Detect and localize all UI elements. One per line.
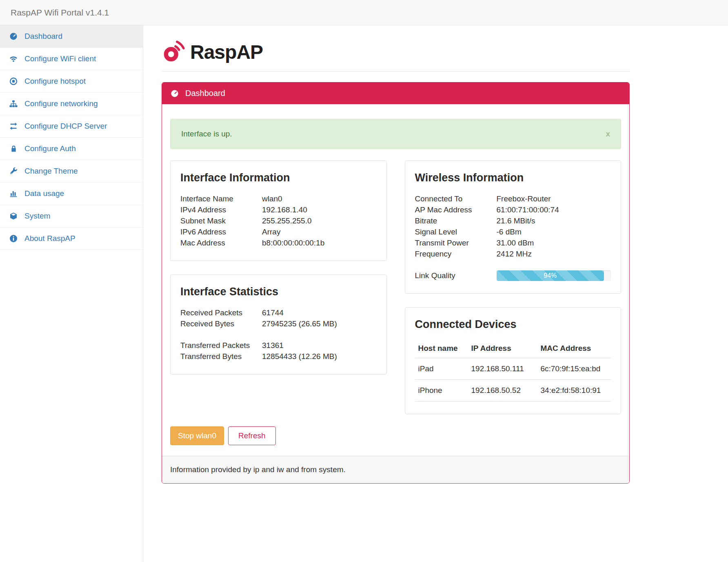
row-label: Frequency — [415, 248, 497, 259]
row-value: 61744 — [262, 307, 284, 318]
wireless-information-card: Wireless Information Connected ToFreebox… — [405, 161, 621, 294]
sidebar-item-configure-wifi-client[interactable]: Configure WiFi client — [0, 48, 143, 70]
info-row: IPv6 AddressArray — [180, 226, 377, 237]
dashboard-columns: Interface Information Interface Namewlan… — [170, 161, 621, 414]
stats-row: Received Bytes27945235 (26.65 MB) — [180, 318, 377, 329]
sidebar-item-label: Configure Auth — [24, 144, 76, 153]
link-quality-progress: 94% — [497, 270, 611, 281]
row-value: b8:00:00:00:00:1b — [262, 237, 324, 248]
panel-title: Dashboard — [185, 89, 225, 98]
brand-name: RaspAP — [190, 41, 263, 63]
stats-row: Transferred Bytes12854433 (12.26 MB) — [180, 351, 377, 362]
device-host: iPhone — [415, 380, 468, 401]
row-label: Bitrate — [415, 215, 497, 226]
row-label: AP Mac Address — [415, 204, 497, 215]
brand: RaspAP — [162, 38, 630, 65]
row-label: Link Quality — [415, 271, 497, 280]
device-row: iPad 192.168.50.111 6c:70:9f:15:ea:bd — [415, 358, 611, 380]
sidebar-item-configure-networking[interactable]: Configure networking — [0, 93, 143, 115]
sidebar-item-change-theme[interactable]: Change Theme — [0, 160, 143, 183]
refresh-button[interactable]: Refresh — [228, 426, 276, 445]
sidebar-item-system[interactable]: System — [0, 205, 143, 227]
sidebar-item-label: Configure DHCP Server — [24, 122, 107, 131]
lock-icon — [8, 145, 19, 153]
row-label: Received Packets — [180, 307, 262, 318]
row-value: 2412 MHz — [497, 248, 532, 259]
sidebar-item-configure-hotspot[interactable]: Configure hotspot — [0, 70, 143, 93]
stop-wlan0-button[interactable]: Stop wlan0 — [170, 426, 224, 445]
panel-heading: Dashboard — [162, 83, 629, 104]
col-header-host-name: Host name — [415, 340, 468, 358]
wireless-row: AP Mac Address61:00:71:00:00:74 — [415, 204, 611, 215]
dashboard-panel: Dashboard Interface is up. x Interface I… — [162, 82, 630, 484]
alert-message: Interface is up. — [181, 129, 232, 138]
sidebar-item-dashboard[interactable]: Dashboard — [0, 25, 143, 48]
row-label: Subnet Mask — [180, 215, 262, 226]
wireless-row: Frequency2412 MHz — [415, 248, 611, 259]
col-header-mac-address: MAC Address — [537, 340, 611, 358]
link-quality-row: Link Quality 94% — [415, 270, 611, 281]
sidebar-item-data-usage[interactable]: Data usage — [0, 183, 143, 205]
sidebar-item-label: Change Theme — [24, 167, 78, 176]
info-row: Interface Namewlan0 — [180, 193, 377, 204]
row-label: IPv4 Address — [180, 204, 262, 215]
panel-actions: Stop wlan0 Refresh — [170, 426, 621, 445]
bar-chart-icon — [8, 190, 19, 198]
app-title: RaspAP Wifi Portal v1.4.1 — [11, 8, 109, 18]
alert-success: Interface is up. x — [170, 119, 621, 149]
device-ip: 192.168.50.111 — [468, 358, 537, 380]
gauge-icon — [169, 89, 180, 98]
cube-icon — [8, 212, 19, 220]
sidebar-item-label: Configure networking — [24, 99, 98, 108]
device-mac: 34:e2:fd:58:10:91 — [537, 380, 611, 401]
stats-row: Transferred Packets31361 — [180, 340, 377, 351]
interface-information-card: Interface Information Interface Namewlan… — [170, 161, 387, 261]
left-column: Interface Information Interface Namewlan… — [170, 161, 387, 414]
row-value: 255.255.255.0 — [262, 215, 312, 226]
row-label: Interface Name — [180, 193, 262, 204]
row-label: Transferred Bytes — [180, 351, 262, 362]
sidebar-item-label: Configure hotspot — [24, 77, 86, 86]
device-row: iPhone 192.168.50.52 34:e2:fd:58:10:91 — [415, 380, 611, 401]
info-row: IPv4 Address192.168.1.40 — [180, 204, 377, 215]
devices-header-row: Host name IP Address MAC Address — [415, 340, 611, 358]
sidebar-item-configure-auth[interactable]: Configure Auth — [0, 138, 143, 160]
devices-table: Host name IP Address MAC Address iPad 19… — [415, 340, 611, 401]
top-navbar: RaspAP Wifi Portal v1.4.1 — [0, 0, 728, 25]
interface-statistics-card: Interface Statistics Received Packets617… — [170, 274, 387, 375]
sidebar-item-about-raspap[interactable]: About RaspAP — [0, 227, 143, 250]
card-title: Interface Information — [180, 172, 377, 184]
connected-devices-card: Connected Devices Host name IP Address M… — [405, 307, 621, 414]
info-row: Mac Addressb8:00:00:00:00:1b — [180, 237, 377, 248]
sidebar-item-label: Data usage — [24, 189, 64, 198]
right-column: Wireless Information Connected ToFreebox… — [405, 161, 621, 414]
row-value: 21.6 MBit/s — [497, 215, 535, 226]
card-title: Interface Statistics — [180, 285, 377, 298]
sidebar-item-label: System — [24, 212, 50, 221]
sidebar-item-label: Configure WiFi client — [24, 54, 96, 63]
panel-body: Interface is up. x Interface Information… — [162, 104, 629, 456]
sidebar: Dashboard Configure WiFi client Configur… — [0, 25, 143, 562]
wireless-row: Signal Level-6 dBm — [415, 226, 611, 237]
device-host: iPad — [415, 358, 468, 380]
device-ip: 192.168.50.52 — [468, 380, 537, 401]
wrench-icon — [8, 167, 19, 175]
row-value: wlan0 — [262, 193, 282, 204]
wifi-icon — [8, 55, 19, 63]
main-content: RaspAP Dashboard Interface is up. x — [143, 25, 728, 562]
row-label: Connected To — [415, 193, 497, 204]
row-value: 192.168.1.40 — [262, 204, 307, 215]
row-label: IPv6 Address — [180, 226, 262, 237]
dot-circle-icon — [8, 77, 19, 85]
sidebar-item-configure-dhcp-server[interactable]: Configure DHCP Server — [0, 115, 143, 138]
gauge-icon — [8, 32, 19, 40]
row-value: 31361 — [262, 340, 284, 351]
row-label: Transferred Packets — [180, 340, 262, 351]
col-header-ip-address: IP Address — [468, 340, 537, 358]
info-row: Subnet Mask255.255.255.0 — [180, 215, 377, 226]
sidebar-item-label: About RaspAP — [24, 234, 75, 243]
divider — [162, 71, 630, 71]
alert-close-button[interactable]: x — [606, 129, 610, 138]
row-label: Received Bytes — [180, 318, 262, 329]
panel-footer: Information provided by ip and iw and fr… — [162, 456, 629, 483]
